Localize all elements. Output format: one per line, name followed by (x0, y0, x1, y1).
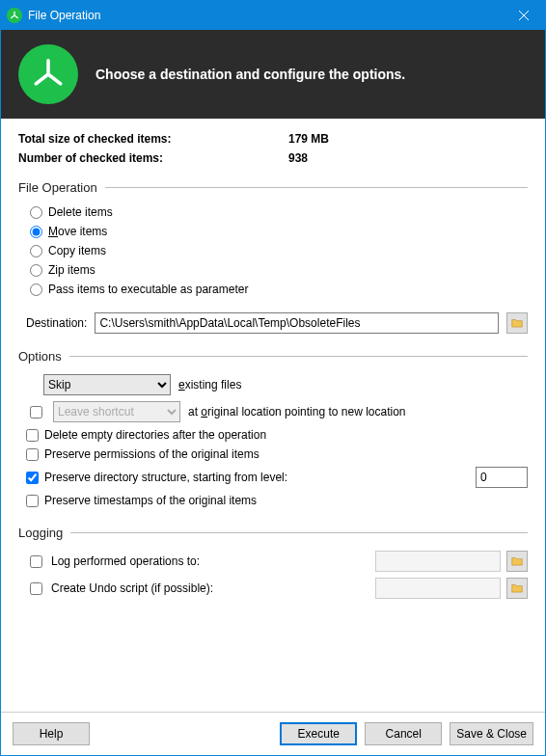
existing-select[interactable]: Skip (43, 374, 171, 395)
check-undo[interactable] (30, 582, 42, 595)
options-header: Options (18, 349, 62, 364)
check-delete-empty-label: Delete empty directories after the opera… (44, 428, 266, 442)
radio-copy-label: Copy items (48, 244, 106, 257)
svg-line-2 (14, 15, 17, 18)
close-button[interactable] (502, 1, 545, 30)
banner: Choose a destination and configure the o… (1, 30, 545, 119)
radio-pass[interactable]: Pass items to executable as parameter (18, 280, 528, 299)
log-ops-label: Log performed operations to: (51, 554, 200, 568)
size-value: 179 MB (288, 132, 329, 146)
titlebar: File Operation (1, 1, 545, 30)
check-preserve-time[interactable]: Preserve timestamps of the original item… (18, 491, 528, 510)
file-op-header: File Operation (18, 180, 97, 195)
check-preserve-struct-label: Preserve directory structure, starting f… (44, 471, 287, 484)
help-button[interactable]: Help (13, 722, 90, 745)
check-preserve-perm-label: Preserve permissions of the original ite… (44, 447, 259, 461)
radio-move[interactable]: Move items (18, 222, 528, 241)
save-close-button[interactable]: Save & Close (450, 722, 533, 745)
divider (69, 356, 528, 357)
count-label: Number of checked items: (18, 151, 288, 165)
execute-button[interactable]: Execute (280, 722, 357, 745)
radio-zip-label: Zip items (48, 263, 96, 277)
count-value: 938 (288, 151, 308, 165)
window-title: File Operation (28, 9, 502, 22)
shortcut-check[interactable] (30, 406, 42, 418)
app-icon (7, 8, 22, 23)
radio-move-input[interactable] (30, 226, 42, 238)
undo-label: Create Undo script (if possible): (51, 581, 213, 595)
check-preserve-struct-input[interactable] (26, 472, 39, 484)
content: Total size of checked items: 179 MB Numb… (1, 119, 545, 712)
log-ops-path (375, 551, 501, 572)
radio-zip-input[interactable] (30, 264, 42, 277)
divider (70, 532, 528, 533)
radio-copy-input[interactable] (30, 245, 42, 257)
radio-copy[interactable]: Copy items (18, 241, 528, 260)
radio-pass-label: Pass items to executable as parameter (48, 283, 248, 296)
existing-label: existing files (178, 378, 241, 392)
divider (105, 187, 528, 188)
tree-icon (18, 44, 78, 104)
svg-line-7 (48, 74, 61, 84)
radio-move-label: Move items (48, 225, 107, 238)
dest-input[interactable] (95, 312, 499, 334)
browse-dest-button[interactable] (506, 312, 528, 334)
dest-label: Destination: (26, 316, 87, 330)
cancel-button[interactable]: Cancel (365, 722, 442, 745)
footer: Help Execute Cancel Save & Close (1, 712, 545, 755)
radio-delete-label: Delete items (48, 205, 113, 219)
check-preserve-perm[interactable]: Preserve permissions of the original ite… (18, 445, 528, 464)
shortcut-select: Leave shortcut (53, 401, 180, 422)
radio-delete-input[interactable] (30, 206, 42, 219)
check-preserve-perm-input[interactable] (26, 448, 39, 461)
banner-text: Choose a destination and configure the o… (96, 67, 405, 82)
radio-delete[interactable]: Delete items (18, 202, 528, 222)
check-delete-empty[interactable]: Delete empty directories after the opera… (18, 425, 528, 445)
browse-undo-button[interactable] (506, 578, 528, 599)
check-preserve-time-label: Preserve timestamps of the original item… (44, 494, 257, 507)
radio-pass-input[interactable] (30, 284, 42, 296)
radio-zip[interactable]: Zip items (18, 260, 528, 280)
svg-line-6 (36, 74, 48, 84)
check-log-ops[interactable] (30, 555, 42, 568)
logging-header: Logging (18, 526, 63, 540)
check-delete-empty-input[interactable] (26, 429, 39, 442)
undo-path (375, 578, 501, 599)
shortcut-label: at original location pointing to new loc… (188, 405, 406, 418)
check-preserve-time-input[interactable] (26, 495, 39, 507)
level-input[interactable] (476, 467, 528, 488)
size-label: Total size of checked items: (18, 132, 288, 146)
browse-log-button[interactable] (506, 551, 528, 572)
